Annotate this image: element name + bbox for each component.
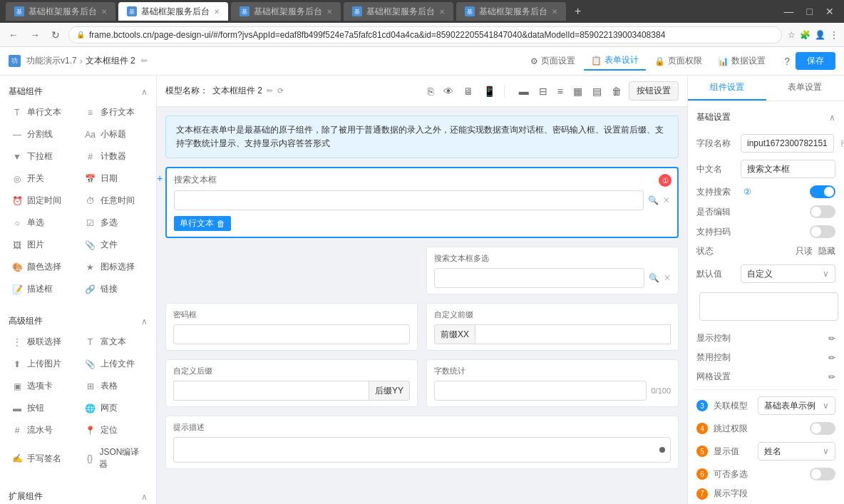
forward-btn[interactable]: → [27, 28, 43, 42]
right-tab-component[interactable]: 组件设置 [688, 76, 766, 101]
profile-icon[interactable]: 👤 [815, 30, 825, 40]
phone-toolbar-icon[interactable]: 📱 [480, 83, 498, 100]
tab-page-settings[interactable]: ⚙ 页面设置 [523, 52, 582, 70]
sidebar-item-any-time[interactable]: ⏱ 任意时间 [79, 190, 151, 211]
desktop-toolbar-icon[interactable]: 🖥 [460, 83, 476, 100]
right-tab-form[interactable]: 表单设置 [766, 76, 845, 101]
tab-data-settings[interactable]: 📊 数据设置 [711, 52, 773, 70]
tab-close-2[interactable]: ✕ [214, 8, 220, 16]
describe-input[interactable] [173, 437, 671, 463]
password-field[interactable]: 密码框 [165, 303, 418, 351]
sidebar-item-button[interactable]: ▬ 按钮 [6, 398, 78, 418]
maximize-btn[interactable]: □ [803, 4, 817, 19]
sidebar-item-describe[interactable]: 📝 描述框 [6, 279, 78, 299]
new-tab-btn[interactable]: + [569, 5, 587, 18]
sidebar-item-small-title[interactable]: Aa 小标题 [79, 124, 151, 145]
search-input[interactable] [174, 190, 644, 210]
sidebar-item-date[interactable]: 📅 日期 [79, 168, 151, 189]
sidebar-item-radio[interactable]: ○ 单选 [6, 212, 78, 233]
eye-toolbar-icon[interactable]: 👁 [441, 83, 456, 100]
default-textarea[interactable] [699, 292, 838, 321]
is-edit-toggle[interactable] [810, 205, 835, 218]
edit-breadcrumb-icon[interactable]: ✏ [141, 56, 148, 66]
layout4-icon[interactable]: ▦ [570, 83, 585, 100]
password-input[interactable] [173, 324, 410, 344]
custom-prefix-field[interactable]: 自定义前缀 前缀XX [426, 303, 679, 351]
sidebar-item-switch[interactable]: ◎ 开关 [6, 168, 78, 189]
search-field[interactable]: 搜索文本框 🔍 ✕ 单行文本 🗑 ① [165, 167, 679, 238]
layout3-icon[interactable]: ≡ [555, 83, 566, 100]
sidebar-item-divider[interactable]: — 分割线 [6, 124, 78, 145]
browser-tab-3[interactable]: 基 基础框架服务后台 ✕ [231, 2, 341, 21]
sidebar-item-fixed-time[interactable]: ⏰ 固定时间 [6, 190, 78, 211]
save-button[interactable]: 保存 [796, 52, 835, 70]
status-readonly[interactable]: 只读 [796, 245, 813, 257]
tab-close-5[interactable]: ✕ [552, 8, 557, 16]
display-control-edit-icon[interactable]: ✏ [828, 334, 835, 344]
support-search-toggle[interactable] [810, 185, 835, 198]
add-field-icon[interactable]: + [157, 173, 163, 184]
multi-select-toggle[interactable] [810, 468, 835, 480]
disable-control-edit-icon[interactable]: ✏ [828, 353, 835, 363]
back-btn[interactable]: ← [6, 28, 21, 42]
advanced-collapse-icon[interactable]: ∧ [141, 317, 148, 326]
sidebar-item-tab[interactable]: ▣ 选项卡 [6, 376, 78, 396]
settings-button[interactable]: 按钮设置 [629, 81, 679, 101]
status-hidden[interactable]: 隐藏 [818, 245, 835, 257]
layout5-icon[interactable]: ▤ [590, 83, 604, 100]
grid-settings-edit-icon[interactable]: ✏ [828, 372, 835, 382]
tab-close-3[interactable]: ✕ [326, 8, 332, 16]
sidebar-item-upload-file[interactable]: 📎 上传文件 [79, 354, 151, 374]
browser-tab-1[interactable]: 基 基础框架服务后台 ✕ [6, 2, 115, 21]
refresh-model-icon[interactable]: ⟳ [277, 86, 284, 96]
custom-prefix-input[interactable] [475, 324, 671, 344]
layout1-icon[interactable]: ▬ [516, 83, 532, 100]
describe-field[interactable]: 提示描述 [165, 416, 679, 469]
custom-suffix-field[interactable]: 自定义后缀 后缀YY [165, 359, 418, 407]
support-search-info-icon[interactable]: ② [743, 187, 751, 197]
tab-form-design[interactable]: 📋 表单设计 [584, 51, 646, 71]
sidebar-item-serial[interactable]: # 流水号 [6, 420, 78, 441]
url-bar[interactable]: 🔒 frame.bctools.cn/page-design-ui/#/form… [68, 26, 782, 43]
basic-collapse-icon[interactable]: ∧ [141, 87, 148, 97]
sidebar-item-checkbox[interactable]: ☑ 多选 [79, 212, 151, 233]
minimize-btn[interactable]: — [780, 4, 798, 19]
search-multi-input[interactable] [434, 268, 644, 288]
field-name-copy-icon[interactable]: ⎘ [841, 138, 844, 148]
search-multi-field[interactable]: 搜索文本框多选 🔍 ✕ [426, 247, 679, 294]
delete-toolbar-icon[interactable]: 🗑 [609, 83, 624, 100]
tab-close-1[interactable]: ✕ [101, 8, 107, 16]
sidebar-item-table[interactable]: ⊞ 表格 [79, 376, 151, 396]
copy-toolbar-icon[interactable]: ⎘ [425, 83, 436, 100]
menu-icon[interactable]: ⋮ [830, 30, 838, 40]
sidebar-item-rich-text[interactable]: T 富文本 [79, 331, 151, 352]
sidebar-item-single-text[interactable]: T 单行文本 [6, 102, 78, 123]
sidebar-item-counter[interactable]: # 计数器 [79, 146, 151, 167]
clear-search-icon[interactable]: ✕ [663, 195, 670, 205]
extend-collapse-icon[interactable]: ∧ [141, 492, 148, 502]
word-count-field[interactable]: 字数统计 0/100 [426, 359, 679, 407]
panel-collapse-icon[interactable]: ∧ [829, 113, 835, 123]
clear-multi-icon[interactable]: ✕ [664, 273, 671, 283]
word-count-input[interactable] [434, 381, 647, 401]
layout2-icon[interactable]: ⊟ [536, 83, 550, 100]
bookmark-icon[interactable]: ☆ [788, 30, 796, 40]
sidebar-item-location[interactable]: 📍 定位 [79, 420, 151, 441]
help-btn[interactable]: ? [784, 56, 790, 67]
sidebar-item-icon-select[interactable]: ★ 图标选择 [79, 257, 151, 277]
tab-page-permission[interactable]: 🔒 页面权限 [647, 52, 709, 70]
sidebar-item-upload-image[interactable]: ⬆ 上传图片 [6, 354, 78, 374]
sidebar-item-webpage[interactable]: 🌐 网页 [79, 398, 151, 418]
display-value-select[interactable]: 姓名 ∨ [758, 442, 835, 461]
sidebar-item-dropdown[interactable]: ▼ 下拉框 [6, 146, 78, 167]
sidebar-item-cascade[interactable]: ⋮ 极联选择 [6, 331, 78, 352]
breadcrumb-item-1[interactable]: 功能演示v1.7 [26, 55, 77, 67]
edit-model-icon[interactable]: ✏ [267, 86, 273, 96]
browser-tab-4[interactable]: 基 基础框架服务后台 ✕ [344, 2, 453, 21]
pass-perm-toggle[interactable] [810, 422, 835, 435]
relate-model-select[interactable]: 基础表单示例 ∨ [758, 396, 835, 415]
sidebar-item-link[interactable]: 🔗 链接 [79, 279, 151, 299]
sidebar-item-multi-text[interactable]: ≡ 多行文本 [79, 102, 151, 123]
browser-tab-2[interactable]: 基 基础框架服务后台 ✕ [118, 2, 228, 21]
close-btn[interactable]: ✕ [821, 4, 838, 19]
